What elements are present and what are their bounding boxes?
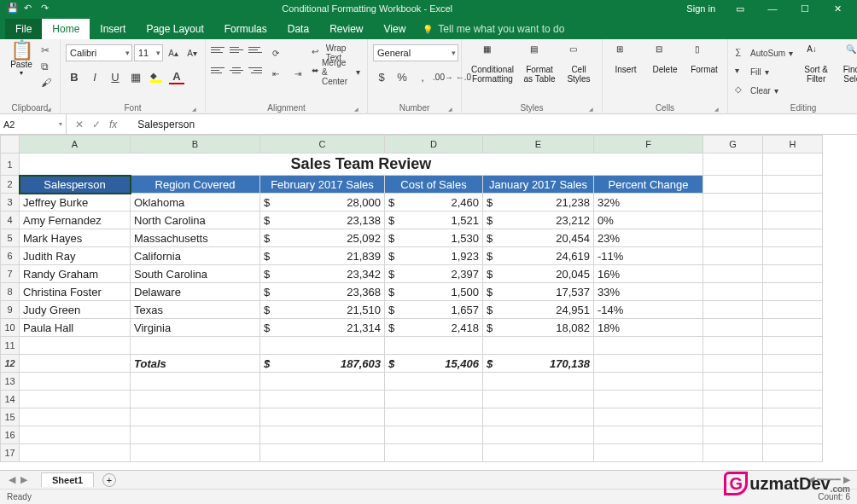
sheet-nav-next-icon[interactable]: ▶	[20, 474, 27, 485]
cell-feb[interactable]: $23,138	[260, 211, 385, 229]
percent-format-icon[interactable]: %	[394, 68, 411, 85]
cell-feb[interactable]: $23,342	[260, 265, 385, 283]
tab-data[interactable]: Data	[277, 19, 319, 39]
cell-name[interactable]: Jeffrey Burke	[20, 194, 131, 211]
tab-insert[interactable]: Insert	[90, 19, 136, 39]
cell-pct[interactable]: 16%	[594, 265, 703, 283]
decrease-font-icon[interactable]: A▾	[184, 44, 201, 61]
name-box[interactable]: A2	[0, 114, 67, 134]
cell-name[interactable]: Christina Foster	[20, 283, 131, 301]
format-as-table-button[interactable]: ▤Format as Table	[522, 41, 557, 84]
cell-region[interactable]: Virginia	[131, 319, 260, 337]
totals-label[interactable]: Totals	[131, 355, 260, 373]
autosum-button[interactable]: ∑AutoSum ▾	[733, 44, 795, 61]
row-header-11[interactable]: 11	[1, 337, 20, 355]
cell-cost[interactable]: $2,460	[385, 194, 483, 211]
increase-indent-icon[interactable]: ⇥	[289, 65, 306, 82]
font-name-combo[interactable]: Calibri	[66, 44, 132, 61]
align-right-icon[interactable]	[248, 65, 262, 75]
ribbon-options-icon[interactable]: ▭	[732, 3, 748, 14]
fill-color-button[interactable]: ◆	[148, 68, 165, 85]
new-sheet-button[interactable]: +	[102, 473, 116, 487]
cell-jan[interactable]: $20,045	[483, 265, 594, 283]
align-top-icon[interactable]	[211, 44, 224, 55]
header-cell-0[interactable]: Salesperson	[20, 176, 131, 194]
cell-jan[interactable]: $18,082	[483, 319, 594, 337]
tab-review[interactable]: Review	[319, 19, 373, 39]
cell-cost[interactable]: $1,657	[385, 301, 483, 319]
format-painter-icon[interactable]: 🖌	[41, 77, 55, 90]
cell-cost[interactable]: $1,500	[385, 283, 483, 301]
row-header-6[interactable]: 6	[1, 247, 20, 265]
copy-icon[interactable]: ⧉	[41, 61, 55, 74]
row-header-2[interactable]: 2	[1, 176, 20, 194]
row-header-12[interactable]: 12	[1, 355, 20, 373]
header-cell-3[interactable]: Cost of Sales	[385, 176, 483, 194]
cell-cost[interactable]: $1,923	[385, 247, 483, 265]
cell-region[interactable]: North Carolina	[131, 211, 260, 229]
cell-pct[interactable]: 18%	[594, 319, 703, 337]
cell-cost[interactable]: $1,521	[385, 211, 483, 229]
cell-jan[interactable]: $21,238	[483, 194, 594, 211]
tab-formulas[interactable]: Formulas	[214, 19, 277, 39]
insert-cells-button[interactable]: ⊞Insert	[608, 41, 644, 74]
align-left-icon[interactable]	[211, 65, 224, 75]
cell-region[interactable]: Oklahoma	[131, 194, 260, 211]
italic-button[interactable]: I	[86, 68, 103, 85]
cell-feb[interactable]: $21,510	[260, 301, 385, 319]
row-header-5[interactable]: 5	[1, 229, 20, 247]
tab-page-layout[interactable]: Page Layout	[136, 19, 213, 39]
tab-home[interactable]: Home	[42, 19, 90, 39]
cancel-formula-icon[interactable]: ✕	[75, 119, 84, 130]
cell-pct[interactable]: 0%	[594, 211, 703, 229]
tab-view[interactable]: View	[374, 19, 417, 39]
cell-jan[interactable]: $24,951	[483, 301, 594, 319]
cell-cost[interactable]: $1,530	[385, 229, 483, 247]
totals-feb[interactable]: $187,603	[260, 355, 385, 373]
undo-icon[interactable]: ↶	[24, 3, 36, 14]
cell-name[interactable]: Judith Ray	[20, 247, 131, 265]
header-cell-1[interactable]: Region Covered	[131, 176, 260, 194]
align-middle-icon[interactable]	[230, 44, 243, 55]
cell-feb[interactable]: $23,368	[260, 283, 385, 301]
cell-name[interactable]: Amy Fernandez	[20, 211, 131, 229]
cell-feb[interactable]: $28,000	[260, 194, 385, 211]
row-header-7[interactable]: 7	[1, 265, 20, 283]
font-size-combo[interactable]: 11	[134, 44, 163, 61]
cut-icon[interactable]: ✂	[41, 44, 55, 58]
row-header-15[interactable]: 15	[1, 408, 20, 426]
increase-decimal-icon[interactable]: .00→	[434, 68, 452, 85]
totals-cost[interactable]: $15,406	[385, 355, 483, 373]
formula-input[interactable]: Salesperson	[132, 114, 857, 134]
title-cell[interactable]: Sales Team Review	[20, 154, 703, 176]
cell-region[interactable]: Texas	[131, 301, 260, 319]
enter-formula-icon[interactable]: ✓	[92, 119, 101, 130]
column-header-H[interactable]: H	[763, 136, 823, 154]
row-header-9[interactable]: 9	[1, 301, 20, 319]
row-header-14[interactable]: 14	[1, 391, 20, 408]
cell-pct[interactable]: 33%	[594, 283, 703, 301]
sheet-tab[interactable]: Sheet1	[41, 472, 94, 487]
format-cells-button[interactable]: ▯Format	[686, 41, 722, 74]
sheet-nav-prev-icon[interactable]: ◀	[9, 474, 15, 485]
conditional-formatting-button[interactable]: ▦Conditional Formatting	[467, 41, 518, 84]
orientation-icon[interactable]: ⟳	[267, 44, 284, 61]
row-header-4[interactable]: 4	[1, 211, 20, 229]
cell-region[interactable]: California	[131, 247, 260, 265]
cell-name[interactable]: Paula Hall	[20, 319, 131, 337]
decrease-indent-icon[interactable]: ⇤	[267, 65, 284, 82]
save-icon[interactable]: 💾	[7, 3, 19, 14]
bold-button[interactable]: B	[66, 68, 83, 85]
font-color-button[interactable]: A	[168, 68, 185, 85]
fill-button[interactable]: ▾Fill ▾	[733, 63, 795, 80]
maximize-icon[interactable]: ☐	[797, 3, 813, 14]
row-header-17[interactable]: 17	[1, 444, 20, 462]
close-icon[interactable]: ✕	[830, 3, 845, 14]
header-cell-2[interactable]: February 2017 Sales	[260, 176, 385, 194]
cell-pct[interactable]: -14%	[594, 301, 703, 319]
header-cell-5[interactable]: Percent Change	[594, 176, 703, 194]
minimize-icon[interactable]: —	[765, 3, 780, 14]
row-header-3[interactable]: 3	[1, 194, 20, 211]
cell-pct[interactable]: 23%	[594, 229, 703, 247]
cell-jan[interactable]: $24,619	[483, 247, 594, 265]
